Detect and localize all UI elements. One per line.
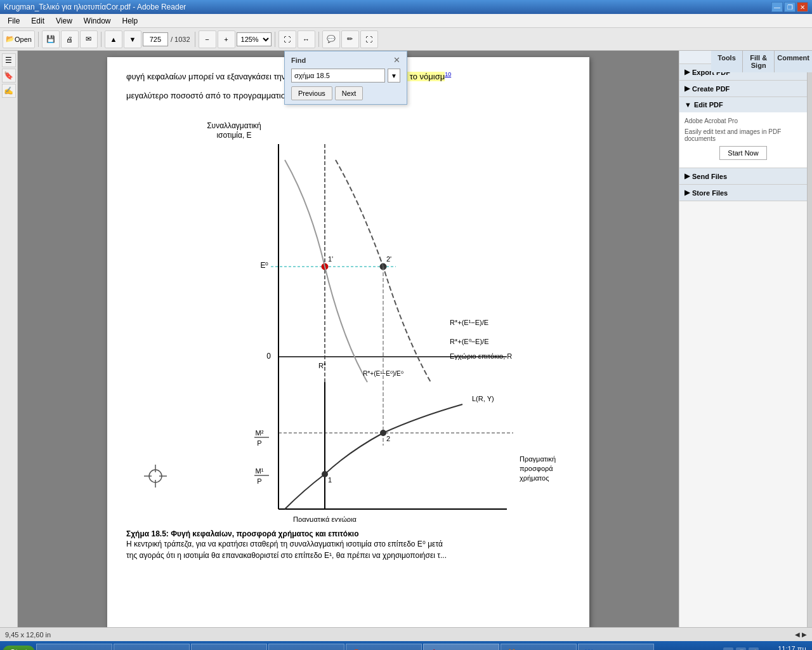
- rp-section-create-pdf: ▶ Create PDF: [679, 81, 807, 97]
- left-sidebar: ☰ 🔖 ✍: [0, 51, 18, 627]
- menu-file[interactable]: File: [3, 15, 25, 27]
- right-panel: Sign In ▶ Export PDF ▶ Create PDF: [679, 51, 812, 627]
- fullscreen-button[interactable]: ⛶: [360, 30, 378, 48]
- titlebar-title: Krugman_Τελικό για ηλιοτυπίαCor.pdf - Ad…: [4, 3, 186, 11]
- footnote-10: 10: [445, 71, 451, 77]
- email-button[interactable]: ✉: [80, 30, 98, 48]
- find-bar-header: Find ✕: [291, 55, 400, 65]
- taskbar-right: ⊡ 🔊 ⚡ EN 11:17 πμ 11/11/2015: [723, 645, 809, 650]
- pdf-area[interactable]: Find ✕ ▼ Previous Next: [18, 51, 679, 627]
- fit-width-button[interactable]: ↔: [298, 30, 315, 48]
- nav-up-button[interactable]: ▲: [105, 30, 122, 48]
- point-2prime-label: 2': [386, 255, 391, 263]
- taskbar-item-ie[interactable]: e: [36, 644, 112, 650]
- zoom-out-button[interactable]: −: [199, 30, 216, 48]
- taskbar-item-outlook[interactable]: ✉: [268, 644, 344, 650]
- close-button[interactable]: ✕: [797, 2, 808, 12]
- create-pdf-arrow: ▶: [684, 84, 690, 93]
- menu-window[interactable]: Window: [79, 15, 116, 27]
- find-dropdown-button[interactable]: ▼: [388, 69, 400, 83]
- menu-edit[interactable]: Edit: [26, 15, 49, 27]
- pdf-page: φυγή κεφαλαίων μπορεί να εξαναγκάσει την…: [107, 57, 589, 627]
- real-supply-label2: προσφορά: [520, 465, 553, 472]
- sidebar-pages-btn[interactable]: ☰: [2, 53, 16, 67]
- rp-send-files-header[interactable]: ▶ Send Files: [679, 168, 807, 184]
- page-total: / 1032: [171, 36, 190, 43]
- rp-scrollbar[interactable]: [807, 64, 812, 627]
- separator-5: [318, 32, 319, 47]
- point-1-lower-label: 1: [328, 476, 332, 484]
- y-axis-label: Συναλλαγματική: [207, 121, 261, 130]
- tray-clock: 11:17 πμ 11/11/2015: [775, 645, 809, 650]
- nav-down-button[interactable]: ▼: [124, 30, 141, 48]
- media-icon: ▶: [119, 647, 129, 650]
- zoom-select[interactable]: 75% 100% 125% 150% 200%: [237, 32, 272, 46]
- tray-battery-icon: ⚡: [749, 647, 759, 650]
- tab-tools[interactable]: Tools: [711, 51, 743, 72]
- find-title: Find: [291, 56, 306, 64]
- main-layout: ☰ 🔖 ✍ Find ✕ ▼ Previous Next: [0, 51, 812, 627]
- taskbar-item-ppt[interactable]: P: [346, 644, 422, 650]
- taskbar-item-media[interactable]: ▶: [114, 644, 190, 650]
- markup-button[interactable]: ✏: [341, 30, 359, 48]
- maximize-button[interactable]: ❐: [784, 2, 796, 12]
- taskbar: Start e ▶ ⊙ ✉ P A Krugman_Τελικό... 🦊 W …: [0, 641, 812, 650]
- tray-sound-icon: 🔊: [736, 647, 746, 650]
- e0-label: E⁰: [260, 261, 268, 270]
- create-pdf-label: Create PDF: [692, 85, 730, 93]
- open-icon: 📂: [6, 35, 15, 43]
- comment-button[interactable]: 💬: [322, 30, 340, 48]
- x-axis-label1: Πραγματικά εγχώρια: [293, 515, 357, 522]
- taskbar-item-word[interactable]: W: [578, 644, 654, 650]
- expr1-label: R*+(E¹−E)/E: [450, 319, 488, 326]
- menu-help[interactable]: Help: [117, 15, 143, 27]
- titlebar: Krugman_Τελικό για ηλιοτυπίαCor.pdf - Ad…: [0, 0, 812, 14]
- rp-store-files-header[interactable]: ▶ Store Files: [679, 185, 807, 201]
- tab-comment[interactable]: Comment: [775, 51, 812, 72]
- tab-fill-sign[interactable]: Fill & Sign: [743, 51, 775, 72]
- page-dimensions: 9,45 x 12,60 in: [5, 631, 51, 639]
- fit-page-button[interactable]: ⛶: [278, 30, 296, 48]
- tray-network-icon: ⊡: [723, 647, 733, 650]
- print-button[interactable]: 🖨: [61, 30, 79, 48]
- domestic-rate-label: Εγχώριο επιτόκιο, R: [450, 352, 512, 360]
- point-2-lower-label: 2: [386, 435, 390, 442]
- start-button[interactable]: Start: [3, 646, 35, 650]
- acrobat-description: Easily edit text and images in PDF docum…: [684, 128, 802, 142]
- diagram: Συναλλαγματική ισοτιμία, E E⁰ 0 1' 2': [133, 109, 564, 522]
- rp-create-pdf-header[interactable]: ▶ Create PDF: [679, 81, 807, 96]
- store-files-arrow: ▶: [684, 189, 690, 197]
- menu-view[interactable]: View: [51, 15, 77, 27]
- separator-4: [275, 32, 275, 47]
- find-close-button[interactable]: ✕: [393, 55, 400, 65]
- caption-body2: της αγοράς ότι η ισοτιμία θα επανακαθορι…: [126, 550, 570, 561]
- chrome-icon: ⊙: [197, 647, 207, 650]
- start-now-button[interactable]: Start Now: [719, 146, 766, 160]
- edit-pdf-arrow: ▼: [684, 101, 691, 109]
- sidebar-bookmarks-btn[interactable]: 🔖: [2, 69, 16, 83]
- acrobat-brand: Adobe Acrobat Pro: [684, 117, 802, 124]
- sidebar-annotations-btn[interactable]: ✍: [2, 84, 16, 98]
- point-2-lower: [380, 430, 386, 436]
- zoom-in-button[interactable]: +: [218, 30, 235, 48]
- find-input[interactable]: [291, 69, 385, 83]
- minimize-button[interactable]: —: [771, 2, 783, 12]
- y-axis-label2: ισοτιμία, E: [216, 131, 251, 140]
- find-previous-button[interactable]: Previous: [291, 86, 332, 100]
- rp-edit-pdf-header[interactable]: ▼ Edit PDF: [679, 97, 807, 112]
- open-button[interactable]: 📂 Open: [3, 30, 35, 48]
- point-1prime-label: 1': [328, 255, 333, 263]
- toolbar: 📂 Open 💾 🖨 ✉ ▲ ▼ / 1032 − + 75% 100% 125…: [0, 28, 812, 51]
- taskbar-item-firefox[interactable]: 🦊: [501, 644, 577, 650]
- page-number-input[interactable]: [143, 32, 168, 46]
- open-label: Open: [15, 36, 32, 43]
- find-next-button[interactable]: Next: [335, 86, 363, 100]
- outlook-icon: ✉: [274, 647, 284, 650]
- save-button[interactable]: 💾: [42, 30, 60, 48]
- taskbar-item-acrobat[interactable]: A Krugman_Τελικό...: [423, 644, 499, 650]
- taskbar-item-chrome[interactable]: ⊙: [191, 644, 267, 650]
- zero-label: 0: [266, 352, 271, 361]
- expr2-label: R*+(E⁰−E)/E: [450, 338, 488, 345]
- find-buttons: Previous Next: [291, 86, 400, 100]
- edit-pdf-label: Edit PDF: [694, 101, 723, 109]
